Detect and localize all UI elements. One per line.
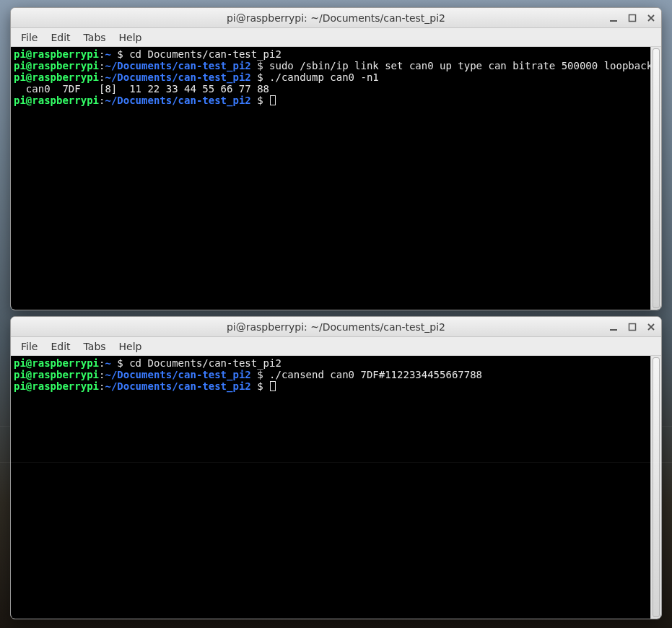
svg-rect-0	[610, 20, 617, 22]
terminal-line: pi@raspberrypi:~/Documents/can-test_pi2 …	[14, 60, 647, 71]
terminal-command: ./cansend can0 7DF#1122334455667788	[269, 369, 482, 380]
terminal-line: pi@raspberrypi:~/Documents/can-test_pi2 …	[14, 95, 647, 106]
close-button[interactable]	[645, 321, 657, 333]
terminal-cursor	[270, 381, 276, 391]
prompt-path: ~	[105, 357, 110, 369]
menu-tabs[interactable]: Tabs	[78, 30, 112, 45]
prompt-symbol: $	[251, 369, 269, 380]
minimize-button[interactable]	[608, 12, 619, 24]
terminal-line: pi@raspberrypi:~ $ cd Documents/can-test…	[14, 48, 647, 60]
titlebar[interactable]: pi@raspberrypi: ~/Documents/can-test_pi2	[11, 8, 661, 28]
prompt-path: ~	[105, 48, 110, 60]
prompt-path: ~/Documents/can-test_pi2	[105, 60, 250, 71]
prompt-symbol: $	[251, 60, 269, 71]
titlebar[interactable]: pi@raspberrypi: ~/Documents/can-test_pi2	[11, 317, 661, 337]
menu-file[interactable]: File	[15, 30, 43, 45]
window-controls	[608, 317, 657, 336]
window-title: pi@raspberrypi: ~/Documents/can-test_pi2	[227, 12, 445, 24]
terminal-output[interactable]: pi@raspberrypi:~ $ cd Documents/can-test…	[11, 356, 650, 619]
prompt-user: pi@raspberrypi	[14, 95, 99, 106]
scrollbar[interactable]	[650, 47, 661, 310]
prompt-symbol: $	[111, 48, 129, 60]
scrollbar[interactable]	[650, 356, 661, 619]
terminal-line: can0 7DF [8] 11 22 33 44 55 66 77 88	[14, 83, 647, 95]
menu-edit[interactable]: Edit	[45, 339, 76, 354]
prompt-symbol: $	[251, 95, 269, 106]
window-title: pi@raspberrypi: ~/Documents/can-test_pi2	[227, 321, 445, 333]
prompt-user: pi@raspberrypi	[14, 369, 99, 380]
prompt-symbol: $	[251, 380, 269, 392]
svg-rect-1	[629, 14, 636, 21]
prompt-user: pi@raspberrypi	[14, 60, 99, 71]
prompt-path: ~/Documents/can-test_pi2	[105, 71, 250, 83]
menu-tabs[interactable]: Tabs	[78, 339, 112, 354]
terminal-cursor	[270, 95, 276, 105]
close-button[interactable]	[645, 12, 657, 24]
prompt-path: ~/Documents/can-test_pi2	[105, 369, 250, 380]
terminal-line: pi@raspberrypi:~/Documents/can-test_pi2 …	[14, 380, 647, 392]
svg-rect-2	[610, 329, 617, 331]
maximize-button[interactable]	[627, 12, 638, 24]
terminal-window-2: pi@raspberrypi: ~/Documents/can-test_pi2…	[10, 316, 662, 619]
terminal-command: cd Documents/can-test_pi2	[129, 357, 282, 369]
menu-edit[interactable]: Edit	[45, 30, 76, 45]
terminal-window-1: pi@raspberrypi: ~/Documents/can-test_pi2…	[10, 7, 662, 310]
terminal-command: ./candump can0 -n1	[269, 71, 379, 83]
prompt-user: pi@raspberrypi	[14, 357, 99, 369]
svg-rect-3	[629, 323, 636, 330]
menu-file[interactable]: File	[15, 339, 43, 354]
prompt-symbol: $	[111, 357, 129, 369]
terminal-command: sudo /sbin/ip link set can0 up type can …	[269, 60, 650, 71]
menubar: File Edit Tabs Help	[11, 337, 661, 356]
terminal-area: pi@raspberrypi:~ $ cd Documents/can-test…	[11, 356, 661, 619]
maximize-button[interactable]	[627, 321, 638, 333]
terminal-line: pi@raspberrypi:~ $ cd Documents/can-test…	[14, 357, 647, 369]
menu-help[interactable]: Help	[113, 339, 148, 354]
terminal-line: pi@raspberrypi:~/Documents/can-test_pi2 …	[14, 71, 647, 83]
prompt-user: pi@raspberrypi	[14, 380, 99, 392]
scrollbar-thumb[interactable]	[653, 357, 660, 617]
prompt-symbol: $	[251, 71, 269, 83]
terminal-line: pi@raspberrypi:~/Documents/can-test_pi2 …	[14, 369, 647, 380]
menu-help[interactable]: Help	[113, 30, 148, 45]
terminal-output[interactable]: pi@raspberrypi:~ $ cd Documents/can-test…	[11, 47, 650, 310]
terminal-text: can0 7DF [8] 11 22 33 44 55 66 77 88	[14, 83, 269, 95]
terminal-command: cd Documents/can-test_pi2	[129, 48, 282, 60]
menubar: File Edit Tabs Help	[11, 28, 661, 47]
minimize-button[interactable]	[608, 321, 619, 333]
scrollbar-thumb[interactable]	[653, 48, 660, 308]
terminal-area: pi@raspberrypi:~ $ cd Documents/can-test…	[11, 47, 661, 310]
prompt-user: pi@raspberrypi	[14, 48, 99, 60]
window-controls	[608, 8, 657, 27]
prompt-path: ~/Documents/can-test_pi2	[105, 380, 250, 392]
prompt-path: ~/Documents/can-test_pi2	[105, 95, 250, 106]
prompt-user: pi@raspberrypi	[14, 71, 99, 83]
